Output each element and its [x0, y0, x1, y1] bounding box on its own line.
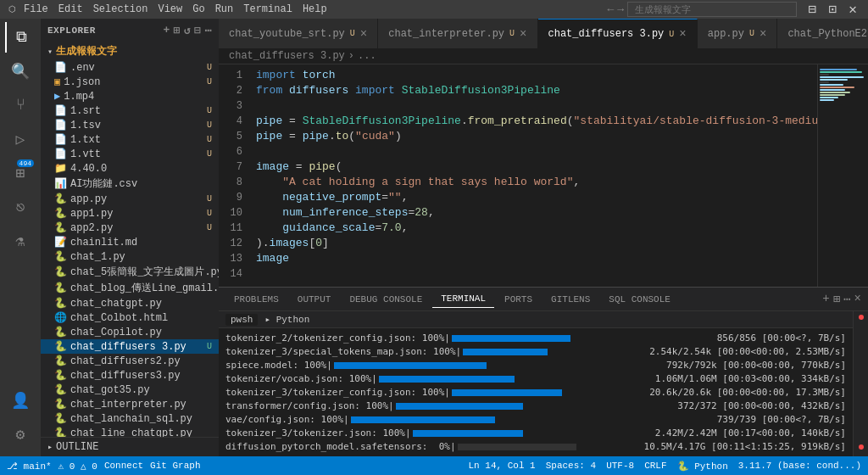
menu-edit[interactable]: Edit	[58, 3, 83, 15]
tree-item-app2[interactable]: 🐍app2.pyU	[41, 221, 219, 235]
menu-file[interactable]: File	[24, 3, 48, 15]
python-label[interactable]: ▸ Python	[264, 314, 309, 325]
code-line-14: 14	[219, 266, 817, 282]
tab-problems[interactable]: PROBLEMS	[225, 291, 287, 308]
panel-close-icon[interactable]: ×	[854, 292, 861, 306]
tree-item-lanchain[interactable]: 🐍chat_lanchain_sql.py	[41, 411, 219, 426]
run-debug-icon[interactable]: ▷	[5, 124, 36, 154]
status-git-graph[interactable]: Git Graph	[150, 461, 200, 471]
nav-forward[interactable]: →	[617, 3, 624, 16]
pwsh-label[interactable]: pwsh	[225, 314, 258, 326]
status-cursor[interactable]: Ln 14, Col 1	[468, 461, 535, 471]
testing-icon[interactable]: ⚗	[5, 226, 36, 256]
tree-item-line-chatgpt[interactable]: 🐍chat_line_chatgpt.py	[41, 426, 219, 437]
tree-item-chainlit[interactable]: 📝chainlit.md	[41, 235, 219, 249]
refresh-icon[interactable]: ↺	[184, 24, 191, 37]
status-branch[interactable]: ⎇ main*	[7, 461, 52, 472]
status-line-ending[interactable]: CRLF	[644, 461, 666, 471]
tree-item-vtt[interactable]: 📄1.vttU	[41, 147, 219, 161]
menu-help[interactable]: Help	[303, 3, 327, 15]
tree-item-chatgpt[interactable]: 🐍chat_chatgpt.py	[41, 296, 219, 310]
tab-close-icon[interactable]: ×	[679, 27, 686, 41]
tree-item-env[interactable]: 📄.envU	[41, 60, 219, 75]
maximize-btn[interactable]: ⊡	[824, 3, 841, 16]
more-icon[interactable]: ⋯	[205, 24, 212, 37]
outline-section[interactable]: ▸ OUTLINE	[41, 437, 219, 456]
tab-debug-console[interactable]: DEBUG CONSOLE	[341, 291, 431, 308]
extensions-icon[interactable]: ⊞494	[5, 158, 36, 188]
tree-item-diffusers2[interactable]: 🐍chat_diffusers2.py	[41, 354, 219, 368]
code-line-12: 12 ).images[0]	[219, 236, 817, 251]
tree-item-interpreter[interactable]: 🐍chat_interpreter.py	[41, 397, 219, 411]
tree-item-txt[interactable]: 📄1.txtU	[41, 132, 219, 147]
tab-close-icon[interactable]: ×	[760, 27, 766, 41]
tab-gitlens[interactable]: GITLENS	[542, 291, 598, 308]
status-encoding[interactable]: UTF-8	[606, 461, 634, 471]
close-btn[interactable]: ✕	[844, 3, 861, 16]
tree-item-json[interactable]: ▣1.jsonU	[41, 75, 219, 89]
menu-terminal[interactable]: Terminal	[243, 3, 292, 15]
tab-close-icon[interactable]: ×	[520, 27, 526, 41]
new-file-icon[interactable]: +	[163, 24, 170, 37]
status-spaces[interactable]: Spaces: 4	[546, 461, 596, 471]
tab-output[interactable]: OUTPUT	[289, 291, 340, 308]
tab-app[interactable]: app.py U ×	[698, 19, 778, 48]
menu-go[interactable]: Go	[192, 3, 204, 15]
source-control-icon[interactable]: ⑂	[5, 90, 36, 120]
settings-icon[interactable]: ⚙	[5, 419, 36, 450]
new-folder-icon[interactable]: ⊞	[174, 24, 181, 37]
tree-item-chatblog[interactable]: 🐍chat_blog_傳送Line_gmail.py	[41, 280, 219, 296]
add-terminal-icon[interactable]: +	[822, 292, 829, 306]
right-panel-error-dot-2	[859, 444, 864, 450]
split-terminal-icon[interactable]: ⊞	[833, 292, 840, 306]
sidebar-section[interactable]: ▾ 生成報報文字	[41, 42, 219, 60]
menu-selection[interactable]: Selection	[93, 3, 148, 15]
panel-more-icon[interactable]: ⋯	[843, 292, 850, 306]
explorer-icon[interactable]: ⧉	[5, 22, 36, 53]
tree-item-diffusers3b[interactable]: 🐍chat_diffusers3.py	[41, 368, 219, 383]
collapse-icon[interactable]: ⊟	[194, 24, 201, 37]
minimize-btn[interactable]: ⊟	[804, 3, 821, 16]
status-language[interactable]: 🐍 Python	[677, 461, 728, 472]
remote-icon[interactable]: ⎋	[5, 192, 36, 222]
tree-item-got35[interactable]: 🐍chat_got35.py	[41, 383, 219, 397]
tree-item-colbot[interactable]: 🌐chat_Colbot.html	[41, 310, 219, 325]
tree-item-app1[interactable]: 🐍app1.pyU	[41, 206, 219, 221]
editor-area: chat_youtube_srt.py U × chat_interpreter…	[219, 19, 868, 456]
sidebar-folder-name: 生成報報文字	[56, 44, 117, 59]
code-line-4: 4 pipe = StableDiffusion3Pipeline.from_p…	[219, 114, 817, 129]
menu-run[interactable]: Run	[215, 3, 234, 15]
terminal-line-3: spiece.model: 100%| 792k/792k [00:00<00:…	[225, 359, 846, 372]
status-python-version[interactable]: 3.11.7 (base: cond...)	[738, 461, 861, 471]
terminal-line-7: vae/config.json: 100%| 739/739 [00:00<?,…	[225, 413, 846, 427]
chevron-down-icon: ▾	[47, 47, 53, 57]
code-editor[interactable]: 1 import torch 2 from diffusers import S…	[219, 64, 817, 287]
nav-back[interactable]: ←	[607, 3, 614, 16]
tab-ports[interactable]: PORTS	[496, 291, 541, 308]
tree-item-app[interactable]: 🐍app.pyU	[41, 192, 219, 206]
tab-chat-interpreter[interactable]: chat_interpreter.py U ×	[378, 19, 537, 48]
tree-item-chat5[interactable]: 🐍chat_5張簡報_文字生成圖片.py	[41, 264, 219, 280]
tree-item-440[interactable]: 📁4.40.0	[41, 161, 219, 176]
tab-close-icon[interactable]: ×	[360, 27, 367, 41]
status-connect[interactable]: Connect	[104, 461, 143, 471]
tab-sql-console[interactable]: SQL CONSOLE	[600, 291, 679, 308]
tab-chat-pythone2b[interactable]: chat_PythonE2B.py U ×	[777, 19, 868, 48]
status-errors[interactable]: ⚠ 0 △ 0	[58, 461, 97, 472]
tree-item-srt[interactable]: 📄1.srtU	[41, 103, 219, 118]
tab-chat-youtube[interactable]: chat_youtube_srt.py U ×	[219, 19, 378, 48]
tab-chat-diffusers[interactable]: chat_diffusers 3.py U ×	[538, 19, 698, 48]
accounts-icon[interactable]: 👤	[5, 385, 36, 416]
tree-item-ai-csv[interactable]: 📊AI功能鏈.csv	[41, 176, 219, 192]
search-icon[interactable]: 🔍	[5, 56, 36, 87]
terminal-content[interactable]: tokenizer_2/tokenizer_config.json: 100%|…	[219, 328, 853, 456]
search-input[interactable]	[627, 2, 797, 17]
tree-item-mp4[interactable]: ▶1.mp4	[41, 89, 219, 103]
tree-item-chat1[interactable]: 🐍chat_1.py	[41, 249, 219, 264]
menu-view[interactable]: View	[158, 3, 182, 15]
tree-item-copilot[interactable]: 🐍chat_Copilot.py	[41, 325, 219, 339]
panel-actions: + ⊞ ⋯ ×	[822, 292, 861, 306]
tab-terminal[interactable]: TERMINAL	[432, 290, 494, 308]
tree-item-tsv[interactable]: 📄1.tsvU	[41, 118, 219, 132]
tree-item-diffusers3-active[interactable]: 🐍chat_diffusers 3.pyU	[41, 339, 219, 354]
